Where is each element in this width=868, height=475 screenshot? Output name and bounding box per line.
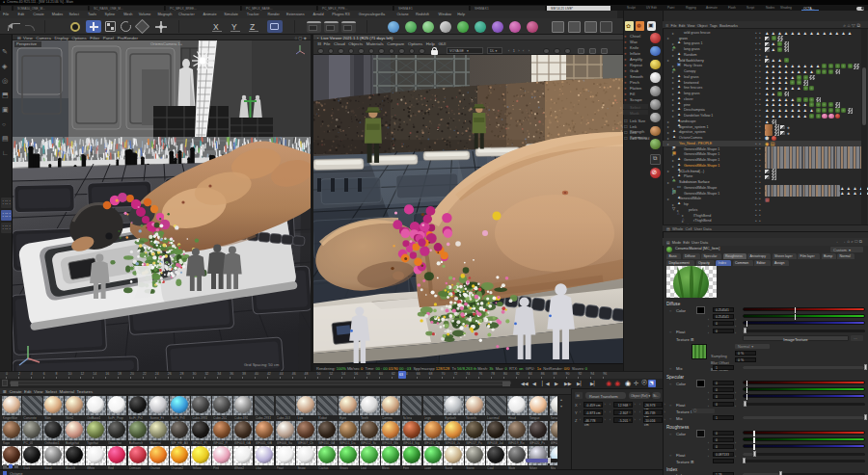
svg-text:Grid Spacing: 50 cm: Grid Spacing: 50 cm (244, 362, 280, 367)
svg-text:OrtemsCamera 1+: OrtemsCamera 1+ (150, 41, 183, 46)
svg-text:Perspective: Perspective (16, 41, 38, 46)
